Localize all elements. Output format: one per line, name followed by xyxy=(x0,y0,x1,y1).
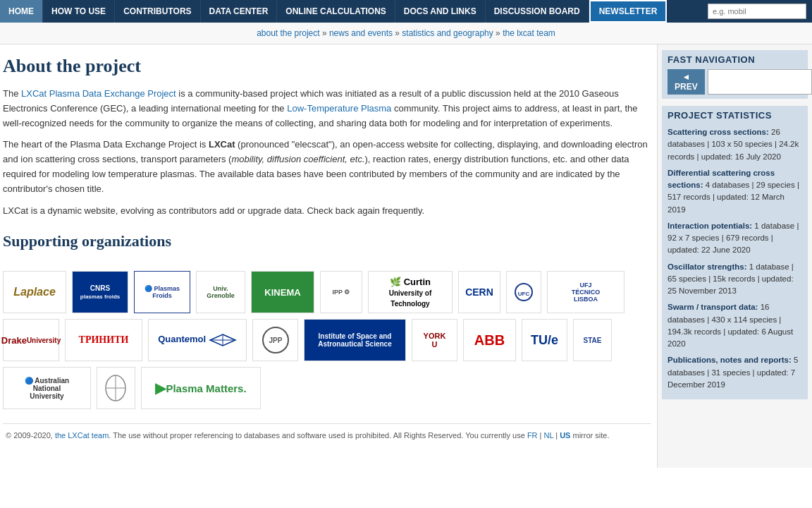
breadcrumb-sep2: » xyxy=(395,28,402,38)
fr-mirror-link[interactable]: FR xyxy=(527,431,538,440)
logo-crest xyxy=(97,367,135,409)
logo-plasma-matters: ▶ Plasma Matters. xyxy=(141,367,261,409)
nav-data-center[interactable]: DATA CENTER xyxy=(201,0,278,23)
content-area: About the project The LXCat Plasma Data … xyxy=(0,44,657,468)
logo-jpp: JPP xyxy=(252,319,298,361)
logo-quantemol: Quantemol xyxy=(148,319,247,361)
nav-how-to-use[interactable]: HOW TO USE xyxy=(43,0,115,23)
svg-text:JPP: JPP xyxy=(269,337,282,344)
logo-cnrs: CNRSplasmas froids xyxy=(72,271,128,313)
nav-docs-links[interactable]: DOCS AND LINKS xyxy=(395,0,486,23)
breadcrumb-lxcat-team[interactable]: the lxcat team xyxy=(503,28,555,38)
sidebar: FAST NAVIGATION ◄ PREV NEXT PROJECT STAT… xyxy=(657,44,812,468)
search-container xyxy=(702,0,812,23)
us-mirror-link[interactable]: US xyxy=(560,431,570,440)
svg-text:UFC: UFC xyxy=(518,291,530,297)
logo-drake: DrakeUniversity xyxy=(3,319,59,361)
logo-curtin: 🌿 CurtinUniversity of Technology xyxy=(368,271,453,313)
logo-trinity: ТРИНИТИ xyxy=(65,319,142,361)
prev-button[interactable]: ◄ PREV xyxy=(668,69,705,95)
breadcrumb-news[interactable]: news and events xyxy=(329,28,393,38)
fast-nav-title: FAST NAVIGATION xyxy=(668,54,802,65)
stat-publications-label: Publications, notes and reports: xyxy=(668,356,792,364)
logo-cern: CERN xyxy=(458,271,500,313)
project-stats-box: PROJECT STATISTICS Scattering cross sect… xyxy=(662,106,808,399)
stat-scattering: Scattering cross sections: 26 databases … xyxy=(668,126,802,163)
logo-anu: 🔵 AustralianNationalUniversity xyxy=(3,367,91,409)
plasma-link[interactable]: Low-Temperature Plasma xyxy=(287,103,391,114)
stat-swarm: Swarm / transport data: 16 databases | 4… xyxy=(668,301,802,350)
logo-plasmas: 🔵 PlasmasFroids xyxy=(134,271,190,313)
nav-newsletter[interactable]: NEWSLETTER xyxy=(589,0,668,23)
fast-nav-box: FAST NAVIGATION ◄ PREV NEXT xyxy=(662,50,808,99)
logo-isas: Institute of Space andAstronautical Scie… xyxy=(304,319,406,361)
project-stats-title: PROJECT STATISTICS xyxy=(668,110,802,121)
logo-tue: TU/e xyxy=(522,319,567,361)
nav-home[interactable]: HOME xyxy=(0,0,43,23)
supporting-orgs-title: Supporting organizations xyxy=(3,232,651,250)
fast-nav-controls: ◄ PREV NEXT xyxy=(668,69,802,95)
logo-univ-grenoble: Univ.Grenoble xyxy=(196,271,245,313)
stat-publications: Publications, notes and reports: 5 datab… xyxy=(668,354,802,391)
breadcrumb-sep1: » xyxy=(322,28,329,38)
stat-scattering-label: Scattering cross sections: xyxy=(668,128,769,136)
logo-stae: STAE xyxy=(573,319,612,361)
search-input[interactable] xyxy=(708,4,806,19)
page-title: About the project xyxy=(3,56,651,77)
stat-oscillator-label: Oscillator strengths: xyxy=(668,262,746,271)
breadcrumb-stats[interactable]: statistics and geography xyxy=(402,28,493,38)
nav-online-calculations[interactable]: ONLINE CALCULATIONS xyxy=(277,0,395,23)
nl-mirror-link[interactable]: NL xyxy=(544,431,554,440)
breadcrumb-sep3: » xyxy=(496,28,503,38)
lxcat-link[interactable]: LXCat Plasma Data Exchange Project xyxy=(21,88,176,99)
intro-paragraph-2: The heart of the Plasma Data Exchange Pr… xyxy=(3,138,651,196)
breadcrumb: about the project » news and events » st… xyxy=(0,23,812,44)
stat-differential: Differential scattering cross sections: … xyxy=(668,167,802,216)
stat-oscillator: Oscillator strengths: 1 database | 65 sp… xyxy=(668,261,802,298)
footer-team-link[interactable]: the LXCat team xyxy=(55,431,109,440)
stat-swarm-label: Swarm / transport data: xyxy=(668,303,758,311)
footer: © 2009-2020, the LXCat team. The use wit… xyxy=(3,423,651,447)
logo-ipp: IPP ⚙ xyxy=(320,271,362,313)
nav-contributors[interactable]: CONTRIBUTORS xyxy=(115,0,200,23)
fast-nav-input[interactable] xyxy=(708,69,812,95)
intro-paragraph-1: The LXCat Plasma Data Exchange Project i… xyxy=(3,87,651,131)
logo-ufc: UFC xyxy=(506,271,541,313)
logo-abb: ABB xyxy=(463,319,516,361)
stat-interaction-label: Interaction potentials: xyxy=(668,222,752,230)
logos-grid: Laplace CNRSplasmas froids 🔵 PlasmasFroi… xyxy=(3,271,651,409)
nav-discussion-board[interactable]: DISCUSSION BOARD xyxy=(486,0,589,23)
logo-york: YORKU xyxy=(412,319,457,361)
breadcrumb-about[interactable]: about the project xyxy=(257,28,319,38)
intro-paragraph-3: LXCat is a dynamic website, evolving as … xyxy=(3,204,651,219)
logo-laplace: Laplace xyxy=(3,271,66,313)
logo-kinema: KINEMA xyxy=(251,271,314,313)
stat-interaction: Interaction potentials: 1 database | 92 … xyxy=(668,220,802,257)
main-layout: About the project The LXCat Plasma Data … xyxy=(0,44,812,468)
logo-tecnico: UFJTÉCNICOLISBOA xyxy=(547,271,625,313)
top-navigation: HOME HOW TO USE CONTRIBUTORS DATA CENTER… xyxy=(0,0,812,23)
